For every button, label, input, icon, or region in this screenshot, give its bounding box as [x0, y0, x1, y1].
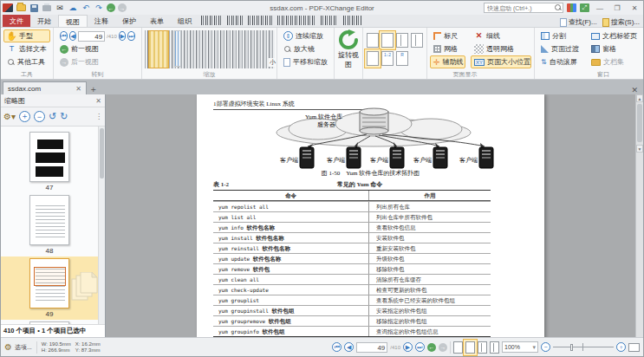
select-text-button[interactable]: T 选择文本	[3, 42, 50, 55]
sb-single-page-icon[interactable]	[453, 341, 463, 354]
tab-protect[interactable]: 保护	[115, 15, 143, 27]
tab-file[interactable]: 文件	[3, 15, 30, 27]
restore-button[interactable]: ❐	[610, 3, 624, 13]
doc-tabs-button[interactable]: 文档标签页	[588, 29, 641, 42]
scrollbar-thumb[interactable]	[637, 104, 642, 142]
auto-scroll-button[interactable]: ⇅ 自动滚屏	[537, 55, 582, 68]
new-tab-button[interactable]: ＋	[87, 83, 100, 94]
continuous-two-icon[interactable]	[367, 51, 379, 66]
single-page-icon[interactable]	[367, 33, 379, 48]
tab-garbled-4[interactable]	[277, 16, 315, 25]
garbled-tool[interactable]	[174, 30, 181, 67]
thumbnail-item-47[interactable]: 47	[1, 130, 98, 193]
zoom-out-thumbs-icon[interactable]: −	[34, 111, 45, 122]
split-button[interactable]: 分割	[537, 29, 582, 42]
close-button[interactable]: ✕	[628, 3, 641, 13]
tab-garbled-1[interactable]	[201, 16, 222, 25]
rotate-ccw-icon[interactable]: ↺	[49, 111, 56, 122]
continuous-zoom-button[interactable]: ⇕ 连续缩放	[280, 29, 331, 42]
print-icon[interactable]	[42, 3, 52, 13]
email-icon[interactable]: ✉	[55, 3, 65, 13]
hand-tool-button[interactable]: ✋ 手型	[3, 29, 50, 42]
sb-next-page-icon[interactable]: ▶	[403, 342, 413, 352]
tab-comment[interactable]: 注释	[88, 15, 115, 27]
next-page-icon[interactable]: ▶	[119, 31, 127, 41]
zoom-slider-knob[interactable]	[570, 344, 573, 351]
ruler-button[interactable]: 标尺	[430, 29, 465, 42]
quick-launch-input[interactable]	[484, 3, 563, 13]
next-view-button[interactable]: → 后一视图	[56, 55, 139, 68]
sb-first-page-icon[interactable]: ⏮	[332, 342, 342, 352]
rotate-cw-icon[interactable]: ↻	[60, 111, 68, 122]
panes-button[interactable]: 窗格	[588, 42, 641, 55]
status-options[interactable]: ⚙ 选项...	[4, 342, 32, 352]
continuous-page-icon[interactable]	[381, 33, 394, 48]
tab-garbled-5[interactable]	[321, 16, 338, 25]
spread-pages-icon[interactable]	[411, 33, 423, 48]
search-button[interactable]: 搜索(S)...	[602, 17, 640, 27]
page-transition-button[interactable]: 页面过渡	[537, 42, 582, 55]
undo-icon[interactable]: ↶	[81, 3, 91, 13]
zoom-in-thumbs-icon[interactable]: ＋	[19, 111, 30, 122]
rotate-view-button[interactable]: 旋转视图	[337, 29, 360, 69]
doc-set-button[interactable]: 文档集	[588, 55, 641, 68]
panel-options-icon[interactable]: ⚙▾	[3, 112, 16, 121]
fullscreen-icon[interactable]: ⤢	[580, 3, 589, 12]
quick-launch[interactable]	[484, 3, 563, 13]
thin-lines-button[interactable]: ✕ 细线	[471, 29, 531, 42]
zoom-in-icon[interactable]: ＋	[616, 342, 626, 352]
garbled-zoom-icons[interactable]: 小	[145, 30, 275, 68]
sb-forward-view-icon[interactable]: →	[439, 343, 447, 352]
document-scrollbar[interactable]: ▲ ▼	[635, 94, 643, 337]
page-number-input[interactable]: 49	[78, 31, 105, 42]
thumbnails-scrollbar[interactable]	[98, 127, 105, 324]
back-view-icon[interactable]: ←	[107, 3, 115, 12]
first-page-icon[interactable]: ⏮	[60, 31, 68, 41]
cloud-icon[interactable]: ☁	[68, 3, 78, 13]
sb-two-pages-icon[interactable]	[478, 341, 487, 354]
sb-spread-icon[interactable]	[490, 341, 499, 354]
last-page-icon[interactable]: ⏭	[127, 31, 135, 41]
document-canvas[interactable]: 1部署虚拟环境安装 Linux 系统	[106, 94, 635, 337]
garbled-highlighted-tool[interactable]	[148, 30, 169, 68]
find-button[interactable]: 查找(F)...	[560, 17, 597, 27]
open-folder-icon[interactable]	[16, 3, 26, 13]
guides-button[interactable]: ✛ 辅助线	[430, 55, 465, 68]
zoom-slider[interactable]	[553, 341, 614, 353]
tab-start[interactable]: 开始	[30, 15, 58, 27]
loupe-button[interactable]: 放大镜	[280, 42, 331, 55]
scroll-marker-icon[interactable]: ▼	[636, 145, 643, 153]
transparent-grid-button[interactable]: 透明网格	[471, 42, 531, 55]
save-icon[interactable]	[29, 3, 39, 13]
tab-organize[interactable]: 组织	[171, 15, 198, 27]
page-rtl-icon[interactable]: R	[396, 51, 408, 66]
tab-form[interactable]: 表单	[143, 15, 171, 27]
page-size-pos-button[interactable]: XY 页面大小/位置	[471, 55, 531, 68]
sb-prev-page-icon[interactable]: ◀	[344, 342, 354, 352]
thumbnail-item-48[interactable]: 48	[1, 193, 98, 256]
pan-zoom-button[interactable]: 平移和缩放	[280, 55, 331, 68]
grid-button[interactable]: 网格	[430, 42, 465, 55]
tab-view[interactable]: 视图	[58, 15, 88, 27]
zoom-level-select[interactable]: 100% ▾	[502, 341, 538, 353]
other-tools-button[interactable]: 其他工具	[3, 55, 50, 68]
customize-ui-icon[interactable]	[567, 3, 576, 12]
previous-view-button[interactable]: ← 前一视图	[56, 42, 139, 55]
document-tab[interactable]: ssdax.com ✕	[3, 81, 87, 94]
tab-garbled-3[interactable]	[248, 16, 272, 25]
prev-page-icon[interactable]: ◀	[69, 31, 77, 41]
close-all-icon[interactable]: ✕	[628, 86, 641, 94]
panel-more-icon[interactable]: ⋮	[95, 113, 102, 120]
fit-page-icon[interactable]	[628, 343, 640, 352]
zoom-out-icon[interactable]: −	[541, 342, 550, 352]
tab-garbled-2[interactable]	[227, 16, 243, 25]
redo-icon[interactable]: ↷	[94, 3, 104, 13]
sb-page-number-input[interactable]: 49	[356, 342, 387, 353]
page-order-icon[interactable]: 1↓2	[381, 51, 394, 66]
tab-garbled-6[interactable]	[343, 16, 362, 25]
scroll-up-icon[interactable]: ▲	[636, 94, 643, 102]
sb-last-page-icon[interactable]: ⏭	[415, 342, 425, 352]
close-tab-icon[interactable]: ✕	[75, 85, 81, 93]
minimize-button[interactable]: —	[593, 3, 607, 13]
forward-view-icon[interactable]: →	[118, 3, 127, 12]
